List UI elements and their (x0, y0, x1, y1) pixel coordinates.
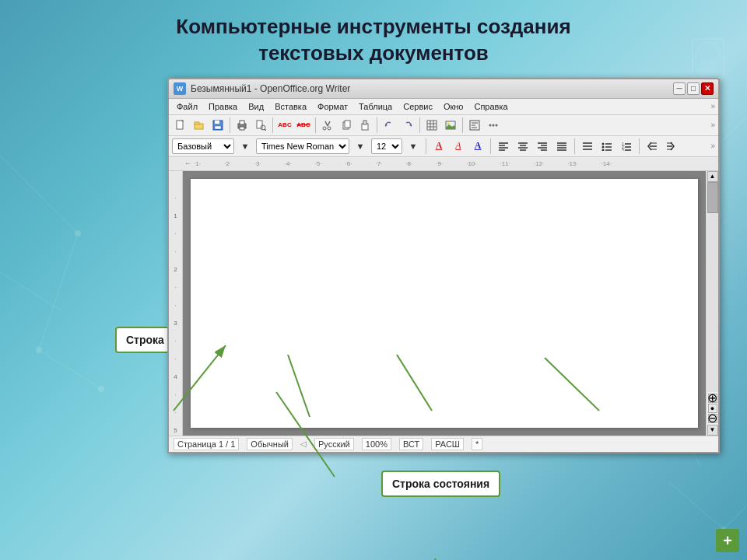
zoom-status: 100% (362, 438, 391, 450)
align-right-button[interactable] (534, 138, 551, 155)
scroll-thumb[interactable] (707, 182, 718, 213)
cut-button[interactable] (319, 117, 336, 134)
close-button[interactable]: ✕ (701, 82, 714, 95)
menu-edit[interactable]: Правка (204, 100, 242, 113)
svg-rect-30 (215, 121, 219, 124)
svg-rect-46 (427, 121, 437, 130)
page-title: Компьютерные инструменты создания тексто… (0, 0, 747, 78)
title-bar-left: W Безымянный1 - OpenOffice.org Writer (174, 82, 350, 95)
align-left-button[interactable] (495, 138, 512, 155)
font-color-a[interactable]: A (430, 138, 447, 155)
svg-rect-31 (215, 126, 221, 129)
svg-point-57 (489, 124, 492, 126)
title-bar: W Безымянный1 - OpenOffice.org Writer ─ … (169, 79, 718, 99)
font-dropdown-btn[interactable]: ▼ (352, 138, 369, 155)
size-dropdown-btn[interactable]: ▼ (405, 138, 422, 155)
svg-point-39 (328, 127, 331, 130)
align-center-button[interactable] (514, 138, 531, 155)
menu-help[interactable]: Справка (469, 100, 512, 113)
svg-point-58 (493, 124, 495, 126)
scroll-btn-3[interactable]: ⊖ (708, 414, 717, 423)
undo-button[interactable] (381, 117, 398, 134)
window-controls: ─ □ ✕ (673, 82, 714, 95)
label-status-row: Строка состояния (381, 471, 500, 497)
svg-point-59 (496, 124, 498, 126)
toolbar-sep-5 (419, 117, 420, 133)
svg-point-38 (323, 127, 326, 130)
style-select[interactable]: Базовый (172, 138, 234, 154)
page-count: Страница 1 / 1 (174, 438, 239, 450)
open-button[interactable] (191, 117, 208, 134)
size-select[interactable]: 12 (371, 138, 402, 154)
insert-image-button[interactable] (442, 117, 459, 134)
copy-button[interactable] (338, 117, 355, 134)
font-select[interactable]: Times New Roman (256, 138, 349, 154)
menu-expand: » (710, 102, 715, 110)
new-button[interactable] (172, 117, 189, 134)
indent-inc-button[interactable] (663, 138, 680, 155)
menu-bar: Файл Правка Вид Вставка Формат Таблица С… (169, 99, 718, 115)
font-color-b[interactable]: A (450, 138, 467, 155)
svg-rect-43 (363, 121, 366, 124)
document-page-area (183, 171, 706, 436)
page-white[interactable] (191, 179, 698, 428)
align-justify-button[interactable] (553, 138, 570, 155)
toolbar-sep-2 (272, 117, 273, 133)
ruler-marks: ·1··2··3··4··5· ·6··7··8··9··10· ·11··12… (194, 160, 612, 167)
toolbar-expand: » (710, 121, 715, 129)
save-button[interactable] (209, 117, 226, 134)
rash-status: РАСШ (431, 438, 464, 450)
menu-tools[interactable]: Сервис (398, 100, 437, 113)
line-spacing-button[interactable] (579, 138, 596, 155)
spellcheck-button[interactable]: ABC (276, 117, 293, 134)
svg-line-16 (669, 482, 724, 529)
scroll-down-button[interactable]: ▼ (707, 425, 718, 436)
redo-button[interactable] (399, 117, 416, 134)
svg-rect-41 (345, 121, 350, 128)
scroll-up-button[interactable]: ▲ (707, 171, 718, 182)
svg-rect-35 (257, 121, 262, 128)
maximize-button[interactable]: □ (687, 82, 700, 95)
format-sep-3 (574, 138, 575, 154)
minimize-button[interactable]: ─ (673, 82, 686, 95)
svg-rect-28 (195, 122, 199, 124)
navigator-button[interactable] (466, 117, 483, 134)
menu-insert[interactable]: Вставка (270, 100, 311, 113)
print-button[interactable] (233, 117, 251, 134)
svg-line-17 (724, 506, 747, 529)
style-dropdown-btn[interactable]: ▼ (237, 138, 254, 155)
list-bullet-button[interactable] (598, 138, 615, 155)
scroll-track (707, 182, 718, 392)
menu-table[interactable]: Таблица (354, 100, 397, 113)
format-sep-4 (639, 138, 640, 154)
menu-window[interactable]: Окно (439, 100, 468, 113)
svg-rect-34 (240, 127, 244, 130)
svg-point-83 (602, 149, 605, 151)
bst-status: ВСТ (399, 438, 423, 450)
format-sep-1 (426, 138, 426, 154)
menu-view[interactable]: Вид (244, 100, 268, 113)
table-button[interactable] (423, 117, 440, 134)
toolbar-sep-3 (315, 117, 316, 133)
format-sep-2 (490, 138, 491, 154)
paste-button[interactable] (356, 117, 374, 134)
document-area: · 1 · · 2 · · 3 · · 4 · · 5 (169, 171, 718, 436)
menu-file[interactable]: Файл (172, 100, 202, 113)
window-title: Безымянный1 - OpenOffice.org Writer (191, 83, 350, 94)
toolbar-sep-4 (377, 117, 377, 133)
menu-format[interactable]: Формат (313, 100, 352, 113)
indent-dec-button[interactable] (644, 138, 661, 155)
svg-rect-26 (177, 121, 183, 129)
star-status: * (472, 438, 482, 450)
preview-button[interactable] (252, 117, 269, 134)
autocorrect-button[interactable]: ABC (295, 117, 312, 134)
scroll-btn-1[interactable]: ⊕ (708, 394, 717, 403)
status-bar: Страница 1 / 1 Обычный ◁ Русский 100% ВС… (169, 436, 718, 452)
plus-button[interactable]: + (716, 529, 739, 552)
svg-point-81 (602, 145, 605, 148)
list-number-button[interactable]: 1.2.3. (618, 138, 635, 155)
toolbar-sep-6 (462, 117, 463, 133)
toolbar-sep-1 (230, 117, 230, 133)
font-color-c[interactable]: A (469, 138, 486, 155)
more-button[interactable] (485, 117, 502, 134)
